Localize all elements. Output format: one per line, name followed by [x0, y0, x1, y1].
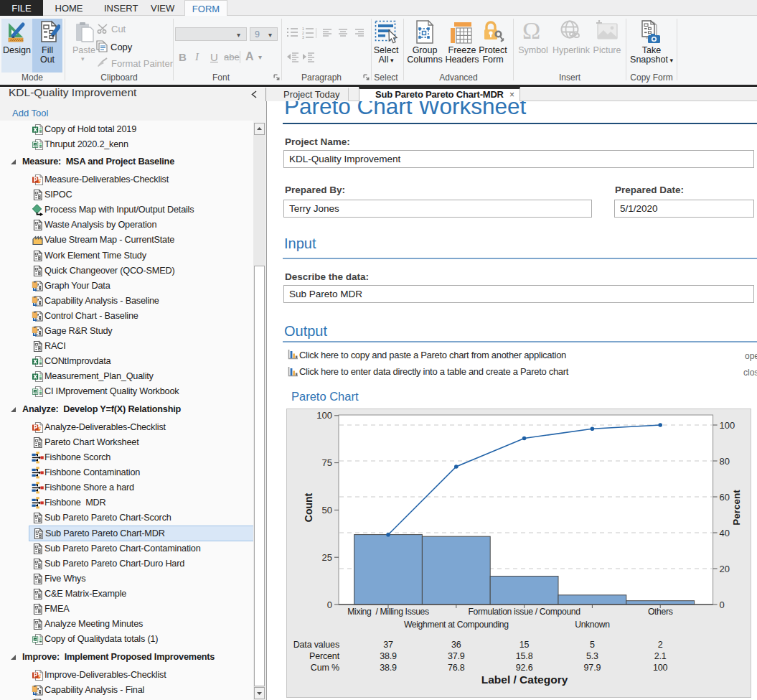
svg-text:100: 100	[653, 663, 668, 673]
svg-text:100: 100	[720, 420, 735, 431]
svg-text:2: 2	[658, 640, 663, 650]
svg-text:Percent: Percent	[309, 651, 340, 661]
svg-text:3: 3	[302, 35, 304, 39]
svg-text:20: 20	[720, 564, 730, 574]
svg-text:60: 60	[720, 492, 730, 503]
svg-text:Data values: Data values	[293, 640, 339, 650]
svg-text:0: 0	[720, 599, 725, 610]
svg-text:80: 80	[720, 456, 730, 467]
svg-text:Unknown: Unknown	[575, 620, 609, 630]
svg-text:0: 0	[327, 599, 332, 610]
svg-text:Label / Category: Label / Category	[481, 673, 568, 686]
svg-text:36: 36	[451, 640, 461, 650]
svg-text:Others: Others	[648, 607, 673, 617]
svg-text:37: 37	[383, 640, 393, 650]
svg-text:Formulation issue / Compound: Formulation issue / Compound	[469, 607, 580, 617]
svg-text:38.9: 38.9	[380, 651, 397, 661]
svg-text:50: 50	[322, 505, 332, 515]
svg-text:Mixing / Milling Issues: Mixing / Milling Issues	[347, 607, 429, 617]
svg-text:Cum %: Cum %	[311, 663, 339, 673]
svg-text:2.1: 2.1	[654, 651, 667, 661]
svg-text:15.8: 15.8	[516, 651, 533, 661]
svg-text:75: 75	[322, 457, 332, 468]
svg-text:38.9: 38.9	[380, 663, 397, 673]
svg-text:25: 25	[322, 552, 332, 563]
svg-text:Percent: Percent	[731, 490, 742, 526]
svg-text:100: 100	[316, 410, 332, 421]
svg-text:92.6: 92.6	[516, 663, 533, 673]
svg-text:40: 40	[720, 528, 730, 538]
svg-text:15: 15	[519, 640, 530, 650]
svg-text:Weighment at Compounding: Weighment at Compounding	[404, 620, 509, 630]
svg-text:76.8: 76.8	[448, 663, 465, 673]
svg-text:97.9: 97.9	[584, 663, 601, 673]
svg-text:37.9: 37.9	[448, 651, 465, 661]
svg-text:5.3: 5.3	[586, 651, 598, 661]
svg-text:Count: Count	[303, 493, 314, 522]
svg-text:5: 5	[590, 640, 595, 650]
